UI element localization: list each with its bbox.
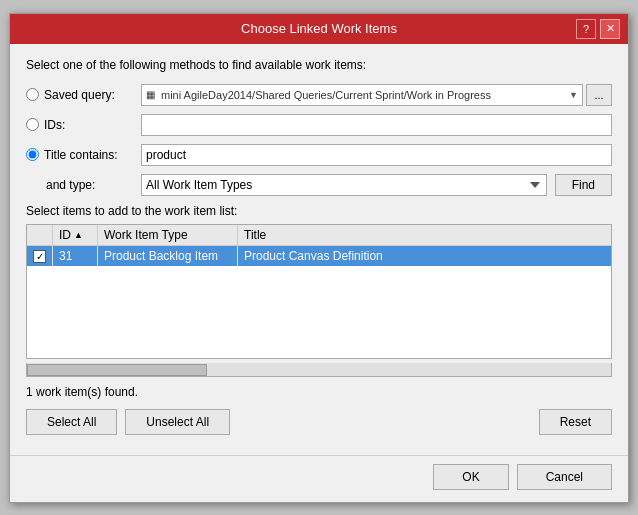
column-id[interactable]: ID ▲ — [53, 225, 98, 246]
and-type-label: and type: — [26, 178, 141, 192]
title-contains-radio-label[interactable]: Title contains: — [26, 148, 141, 162]
checked-icon: ✓ — [33, 250, 46, 263]
title-bar-controls: ? ✕ — [576, 19, 620, 39]
saved-query-dropdown[interactable]: ▦ mini AgileDay2014/Shared Queries/Curre… — [141, 84, 583, 106]
work-items-table: ID ▲ Work Item Type Title ✓ 31 — [27, 225, 611, 266]
saved-query-container: ▦ mini AgileDay2014/Shared Queries/Curre… — [141, 84, 612, 106]
ids-radio-label[interactable]: IDs: — [26, 118, 141, 132]
bottom-buttons: Select All Unselect All Reset — [26, 409, 612, 435]
row-id: 31 — [53, 245, 98, 266]
saved-query-radio-label[interactable]: Saved query: — [26, 88, 141, 102]
ok-button[interactable]: OK — [433, 464, 508, 490]
unselect-all-button[interactable]: Unselect All — [125, 409, 230, 435]
chevron-down-icon: ▼ — [569, 90, 578, 100]
cancel-button[interactable]: Cancel — [517, 464, 612, 490]
select-all-button[interactable]: Select All — [26, 409, 117, 435]
title-contains-input[interactable] — [141, 144, 612, 166]
reset-button[interactable]: Reset — [539, 409, 612, 435]
row-work-item-type: Product Backlog Item — [98, 245, 238, 266]
query-icon: ▦ — [146, 89, 155, 100]
column-title[interactable]: Title — [238, 225, 612, 246]
dialog-footer: OK Cancel — [10, 455, 628, 502]
instruction-text: Select one of the following methods to f… — [26, 58, 612, 72]
title-bar: Choose Linked Work Items ? ✕ — [10, 14, 628, 44]
table-header: ID ▲ Work Item Type Title — [27, 225, 611, 246]
sort-ascending-icon: ▲ — [74, 230, 83, 240]
query-browse-button[interactable]: ... — [586, 84, 612, 106]
type-select[interactable]: All Work Item Types Bug Task User Story … — [141, 174, 547, 196]
status-text: 1 work item(s) found. — [26, 385, 612, 399]
left-action-buttons: Select All Unselect All — [26, 409, 230, 435]
table-section-label: Select items to add to the work item lis… — [26, 204, 612, 218]
saved-query-value: mini AgileDay2014/Shared Queries/Current… — [161, 89, 491, 101]
column-id-label: ID — [59, 228, 71, 242]
row-checkbox-cell[interactable]: ✓ — [27, 245, 53, 266]
help-button[interactable]: ? — [576, 19, 596, 39]
title-contains-row: Title contains: — [26, 144, 612, 166]
scrollbar-track — [27, 363, 611, 377]
horizontal-scrollbar[interactable] — [26, 363, 612, 377]
saved-query-row: Saved query: ▦ mini AgileDay2014/Shared … — [26, 84, 612, 106]
dialog-title: Choose Linked Work Items — [62, 21, 576, 36]
column-check — [27, 225, 53, 246]
title-contains-label: Title contains: — [44, 148, 118, 162]
saved-query-label: Saved query: — [44, 88, 115, 102]
saved-query-radio[interactable] — [26, 88, 39, 101]
ids-radio[interactable] — [26, 118, 39, 131]
and-type-row: and type: All Work Item Types Bug Task U… — [26, 174, 612, 196]
table-row[interactable]: ✓ 31 Product Backlog Item Product Canvas… — [27, 245, 611, 266]
choose-linked-work-items-dialog: Choose Linked Work Items ? ✕ Select one … — [9, 13, 629, 503]
row-title: Product Canvas Definition — [238, 245, 612, 266]
scrollbar-thumb[interactable] — [27, 364, 207, 376]
ids-input[interactable] — [141, 114, 612, 136]
title-contains-radio[interactable] — [26, 148, 39, 161]
close-button[interactable]: ✕ — [600, 19, 620, 39]
table-body: ✓ 31 Product Backlog Item Product Canvas… — [27, 245, 611, 266]
ids-row: IDs: — [26, 114, 612, 136]
find-button[interactable]: Find — [555, 174, 612, 196]
dialog-content: Select one of the following methods to f… — [10, 44, 628, 455]
column-work-item-type[interactable]: Work Item Type — [98, 225, 238, 246]
ids-label: IDs: — [44, 118, 65, 132]
work-items-table-container[interactable]: ID ▲ Work Item Type Title ✓ 31 — [26, 224, 612, 359]
